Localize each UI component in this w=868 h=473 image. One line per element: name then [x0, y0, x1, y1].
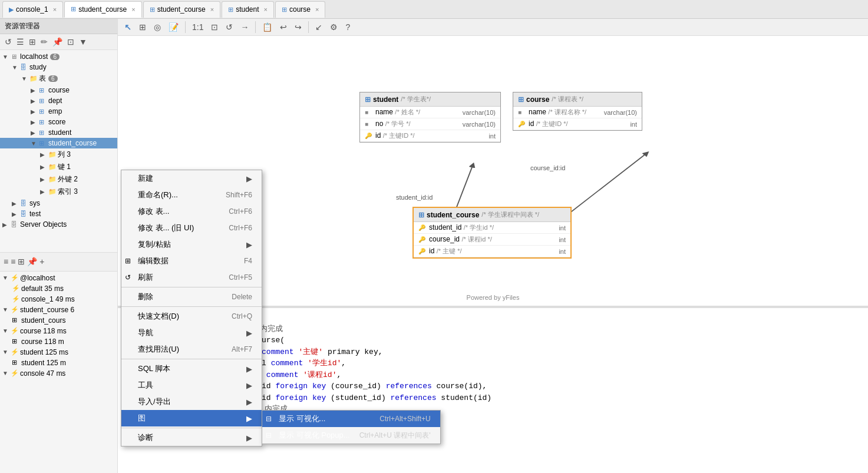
session-course[interactable]: ▼ ⚡ course 118 ms [0, 326, 117, 336]
tab-console1-close[interactable]: × [53, 6, 57, 13]
console-text-3: primary key, [323, 348, 382, 356]
tree-student[interactable]: ▶ ⊞ student [0, 127, 117, 138]
tree-localhost[interactable]: ▼ 🖥 localhost 6 [0, 51, 117, 62]
tab-course[interactable]: ⊞ course × [275, 1, 325, 18]
ctx-find-usage[interactable]: 查找用法(U) Alt+F7 [121, 341, 262, 358]
sb-btn4[interactable]: 📌 [27, 257, 37, 266]
ctx-sql-script[interactable]: SQL 脚本 ▶ [121, 360, 262, 377]
dt-refresh-btn[interactable]: ↺ [223, 21, 236, 34]
ctx-navigate[interactable]: 导航 ▶ [121, 325, 262, 341]
tree-server-objects[interactable]: ▶ 🗄 Server Objects [0, 219, 117, 230]
so-arrow: ▶ [2, 221, 11, 228]
tab-console1-label: console_1 [16, 5, 48, 14]
course-name-type: varchar(10) [604, 109, 637, 116]
tab-sc-table-close[interactable]: × [210, 6, 214, 13]
session-sc-sub[interactable]: ⊞ student_cours [0, 315, 117, 326]
ctx-modify-old[interactable]: 修改 表... (旧 UI) Ctrl+F6 [121, 220, 262, 236]
ctx-rename[interactable]: 重命名(R)... Shift+F6 [121, 187, 262, 203]
tree-idx[interactable]: ▶ 📁 索引 3 [0, 186, 117, 198]
dt-save-btn[interactable]: ↙ [312, 21, 325, 34]
ctx-sql-arrow: ▶ [246, 365, 252, 373]
dt-grid-btn[interactable]: ⊞ [136, 21, 149, 34]
dt-note-btn[interactable]: 📝 [166, 21, 181, 34]
ctx-refresh[interactable]: ↺ 刷新 Ctrl+F5 [121, 269, 262, 286]
sb-btn5[interactable]: + [39, 257, 44, 266]
dt-help-btn[interactable]: ? [342, 21, 353, 34]
dt-settings-btn[interactable]: ⚙ [327, 21, 341, 34]
dt-redo-btn[interactable]: ↪ [292, 21, 305, 34]
ctx-delete[interactable]: 删除 Delete [121, 289, 262, 305]
tree-emp[interactable]: ▶ ⊞ emp [0, 106, 117, 117]
er-course-table[interactable]: ⊞ course /* 课程表 */ ■ name /* 课程名称 */ var… [513, 92, 642, 131]
sidebar-table-btn[interactable]: ⊞ [28, 36, 37, 48]
sidebar-funnel-btn[interactable]: ▼ [78, 36, 88, 48]
ctx-quick-doc[interactable]: 快速文档(D) Ctrl+Q [121, 308, 262, 325]
ctx-diagnose[interactable]: 诊断 ▶ [121, 429, 262, 446]
session-course-sub[interactable]: ⊞ course 118 m [0, 336, 117, 347]
tree-dept[interactable]: ▶ ⊞ dept [0, 95, 117, 106]
ctx-tools[interactable]: 工具 ▶ [121, 377, 262, 393]
tree-keys[interactable]: ▶ 📁 键 1 [0, 161, 117, 173]
sidebar-edit-btn[interactable]: ✏ [39, 36, 49, 48]
tab-student[interactable]: ⊞ student × [222, 1, 274, 18]
dt-fit-btn[interactable]: ◎ [151, 21, 164, 34]
session-default[interactable]: ⚡ default 35 ms [0, 283, 117, 294]
tab-console1[interactable]: ▶ console_1 × [2, 1, 63, 18]
tree-study[interactable]: ▼ 🗄 study [0, 62, 117, 72]
console-text-7: , [336, 371, 341, 379]
show-visual-icon: ⊟ [266, 415, 272, 423]
tree-sys[interactable]: ▶ 🗄 sys [0, 198, 117, 209]
ctx-edit-data[interactable]: ⊞ 编辑数据 F4 [121, 253, 262, 269]
tab-student-course-table[interactable]: ⊞ student_course × [143, 1, 221, 18]
ctx-copy-paste[interactable]: 复制/粘贴 ▶ [121, 236, 262, 253]
tab-student-label: student [236, 5, 259, 14]
session-student-sub[interactable]: ⊞ student 125 m [0, 358, 117, 368]
dt-arrow-btn[interactable]: → [237, 21, 252, 34]
label-course-id: course_id:id [530, 164, 565, 171]
tree-fk[interactable]: ▶ 📁 外键 2 [0, 173, 117, 186]
sidebar-refresh-btn[interactable]: ↺ [4, 36, 13, 48]
er-sc-table[interactable]: ⊞ student_course /* 学生课程中间表 */ 🔑 student… [412, 207, 572, 259]
submenu-show-visual-popup[interactable]: ⊟ 显示 可视化 Popup... Ctrl+Alt+U 课程中间表' [262, 427, 440, 444]
tab-diagram-close[interactable]: × [131, 6, 135, 13]
session-console1[interactable]: ⚡ console_1 49 ms [0, 294, 117, 305]
tab-course-close[interactable]: × [315, 6, 319, 13]
ctx-diagram[interactable]: 图 ▶ ⊟ 显示 可视化... Ctrl+Alt+Shift+U ⊟ 显示 可视… [121, 410, 262, 426]
tree-course[interactable]: ▶ ⊞ course [0, 85, 117, 95]
console-keyword-13: references [391, 393, 437, 402]
ctx-modify[interactable]: 修改 表... Ctrl+F6 [121, 203, 262, 220]
submenu-show-visual[interactable]: ⊟ 显示 可视化... Ctrl+Alt+Shift+U [262, 411, 440, 427]
dt-expand-btn[interactable]: ⊡ [208, 21, 221, 34]
er-course-header: ⊞ course /* 课程表 */ [513, 92, 642, 107]
dt-copy-btn[interactable]: 📋 [259, 21, 275, 34]
s-loc-label: @localhost [20, 274, 55, 282]
session-console[interactable]: ▼ ⚡ console 47 ms [0, 368, 117, 379]
console-keyword-10: references [386, 382, 432, 391]
tree-columns[interactable]: ▶ 📁 列 3 [0, 148, 117, 161]
session-sc[interactable]: ▼ ⚡ student_course 6 [0, 305, 117, 315]
ctx-import-export[interactable]: 导入/导出 ▶ [121, 393, 262, 410]
tree-student-course[interactable]: ▼ ⊞ student_course [0, 138, 117, 148]
sb-btn1[interactable]: ≡ [4, 257, 8, 266]
sidebar-expand-btn[interactable]: ⊡ [66, 36, 75, 48]
ctx-new[interactable]: 新建 ▶ [121, 170, 262, 187]
session-localhost[interactable]: ▼ ⚡ @localhost [0, 273, 117, 283]
console-tab-icon: ▶ [9, 6, 14, 14]
er-student-table[interactable]: ⊞ student /* 学生表*/ ■ name /* 姓名 */ varch… [359, 92, 501, 143]
tab-student-course-diagram[interactable]: ⊞ student_course × [64, 1, 142, 18]
dt-11-btn[interactable]: 1:1 [189, 21, 206, 34]
dt-select-btn[interactable]: ↖ [121, 21, 134, 34]
ctx-refresh-shortcut: Ctrl+F5 [214, 273, 252, 282]
sb-btn3[interactable]: ⊞ [18, 257, 25, 266]
session-student[interactable]: ▼ ⚡ student 125 ms [0, 347, 117, 358]
dt-undo-btn[interactable]: ↩ [277, 21, 290, 34]
student-id-icon: 🔑 [365, 133, 373, 139]
tab-student-close[interactable]: × [264, 6, 268, 13]
sb-btn2[interactable]: ≡ [11, 257, 15, 266]
s-sc-sub-icon: ⊞ [12, 316, 21, 324]
tree-test[interactable]: ▶ 🗄 test [0, 209, 117, 219]
tree-score[interactable]: ▶ ⊞ score [0, 117, 117, 127]
sidebar-pin-btn[interactable]: 📌 [51, 36, 64, 48]
tree-tables[interactable]: ▼ 📁 表 6 [0, 72, 117, 85]
sidebar-filter-btn[interactable]: ☰ [15, 36, 25, 48]
